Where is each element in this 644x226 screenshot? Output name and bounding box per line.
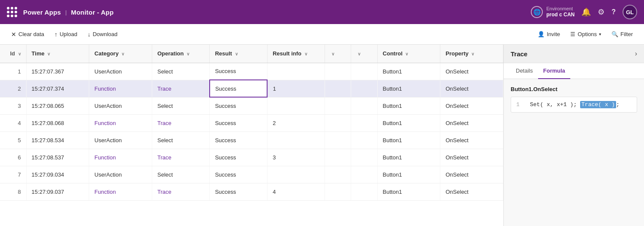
table-row[interactable]: 7 15:27:09.034 UserAction Select Success…	[0, 166, 503, 183]
environment-name: prod c CAN	[546, 12, 575, 18]
clear-data-button[interactable]: ✕ Clear data	[7, 28, 48, 40]
invite-button[interactable]: 👤 Invite	[533, 28, 564, 40]
cell-property: OnSelect	[440, 131, 503, 149]
cell-operation: Trace	[152, 183, 209, 200]
formula-code: 1 Set( x, x+1 ); Trace( x );	[511, 97, 637, 113]
upload-icon: ↑	[54, 31, 57, 38]
cell-time: 15:27:09.034	[26, 166, 89, 183]
filter-label: Filter	[620, 31, 633, 37]
download-label: Download	[93, 31, 117, 37]
cell-control: Button1	[377, 80, 440, 97]
table-body: 1 15:27:07.367 UserAction Select Success…	[0, 63, 503, 200]
cell-control: Button1	[377, 97, 440, 114]
filter-icon: 🔍	[611, 31, 618, 37]
cell-time: 15:27:08.537	[26, 149, 89, 166]
options-button[interactable]: ☰ Options ▾	[566, 28, 605, 40]
table-row[interactable]: 4 15:27:08.068 Function Trace Success 2 …	[0, 114, 503, 131]
invite-label: Invite	[547, 31, 560, 37]
cell-id: 6	[0, 149, 26, 166]
cell-property: OnSelect	[440, 166, 503, 183]
table-row[interactable]: 8 15:27:09.037 Function Trace Success 4 …	[0, 183, 503, 200]
cell-category: UserAction	[89, 97, 152, 114]
table-row[interactable]: 1 15:27:07.367 UserAction Select Success…	[0, 63, 503, 80]
formula-code-after: ;	[616, 101, 620, 108]
cell-category: UserAction	[89, 131, 152, 149]
formula-highlight: Trace( x )	[580, 101, 616, 108]
cell-resultinfo: 2	[267, 114, 325, 131]
right-panel: Trace › Details Formula Button1.OnSelect…	[504, 45, 644, 226]
cell-extra1	[325, 149, 351, 166]
cell-operation: Select	[152, 97, 209, 114]
cell-property: OnSelect	[440, 63, 503, 80]
col-header-operation[interactable]: Operation ∨	[152, 45, 209, 63]
tab-details[interactable]: Details	[511, 63, 538, 79]
cell-property: OnSelect	[440, 97, 503, 114]
cell-resultinfo	[267, 166, 325, 183]
cell-result: Success	[210, 131, 267, 149]
cell-operation: Select	[152, 131, 209, 149]
waffle-icon[interactable]	[7, 7, 17, 17]
cell-control: Button1	[377, 166, 440, 183]
upload-label: Upload	[60, 31, 77, 37]
cell-id: 4	[0, 114, 26, 131]
cell-extra2	[351, 80, 377, 97]
cell-extra2	[351, 166, 377, 183]
invite-icon: 👤	[538, 31, 545, 37]
globe-icon: 🌐	[531, 6, 543, 18]
cell-id: 8	[0, 183, 26, 200]
filter-button[interactable]: 🔍 Filter	[607, 28, 637, 40]
cell-result: Success	[210, 80, 267, 97]
table-row[interactable]: 5 15:27:08.534 UserAction Select Success…	[0, 131, 503, 149]
avatar[interactable]: GL	[623, 5, 637, 19]
bell-icon[interactable]: 🔔	[581, 7, 591, 17]
col-header-time[interactable]: Time ∨	[26, 45, 89, 63]
download-button[interactable]: ↓ Download	[83, 28, 122, 40]
cell-category: Function	[89, 149, 152, 166]
toolbar: ✕ Clear data ↑ Upload ↓ Download 👤 Invit…	[0, 24, 644, 45]
cell-result: Success	[210, 114, 267, 131]
cell-time: 15:27:07.374	[26, 80, 89, 97]
toolbar-right: 👤 Invite ☰ Options ▾ 🔍 Filter	[533, 28, 637, 40]
app-title: Power Apps	[23, 9, 61, 16]
col-header-resultinfo[interactable]: Result info ∨	[267, 45, 325, 63]
col-header-property[interactable]: Property ∨	[440, 45, 503, 63]
cell-id: 5	[0, 131, 26, 149]
panel-close-icon[interactable]: ›	[635, 50, 637, 58]
topbar-right: 🌐 Environment prod c CAN 🔔 ⚙ ? GL	[531, 5, 637, 19]
cell-resultinfo: 3	[267, 149, 325, 166]
formula-line-number: 1	[516, 101, 523, 108]
clear-data-label: Clear data	[18, 31, 44, 37]
topbar: Power Apps | Monitor - App 🌐 Environment…	[0, 0, 644, 24]
table-row[interactable]: 3 15:27:08.065 UserAction Select Success…	[0, 97, 503, 114]
upload-button[interactable]: ↑ Upload	[50, 28, 81, 40]
cell-result: Success	[210, 97, 267, 114]
formula-title: Button1.OnSelect	[511, 86, 637, 92]
clear-icon: ✕	[11, 31, 16, 38]
cell-resultinfo	[267, 97, 325, 114]
cell-category: Function	[89, 114, 152, 131]
col-header-extra2[interactable]: ∨	[351, 45, 377, 63]
environment-block[interactable]: 🌐 Environment prod c CAN	[531, 6, 575, 18]
col-header-extra1[interactable]: ∨	[325, 45, 351, 63]
data-table: Id ∨ Time ∨ Category ∨ Operation ∨ Resul…	[0, 45, 503, 201]
help-icon[interactable]: ?	[611, 8, 616, 16]
cell-resultinfo: 1	[267, 80, 325, 97]
cell-category: Function	[89, 183, 152, 200]
panel-content: Button1.OnSelect 1 Set( x, x+1 ); Trace(…	[504, 79, 644, 226]
table-row[interactable]: 2 15:27:07.374 Function Trace Success 1 …	[0, 80, 503, 97]
col-header-id[interactable]: Id ∨	[0, 45, 26, 63]
settings-icon[interactable]: ⚙	[598, 7, 605, 17]
cell-extra2	[351, 97, 377, 114]
table-row[interactable]: 6 15:27:08.537 Function Trace Success 3 …	[0, 149, 503, 166]
cell-control: Button1	[377, 183, 440, 200]
title-separator: |	[65, 9, 66, 15]
cell-category: UserAction	[89, 166, 152, 183]
col-header-control[interactable]: Control ∨	[377, 45, 440, 63]
tab-formula[interactable]: Formula	[538, 63, 570, 79]
col-header-result[interactable]: Result ∨	[210, 45, 267, 63]
cell-extra1	[325, 114, 351, 131]
cell-control: Button1	[377, 63, 440, 80]
cell-property: OnSelect	[440, 80, 503, 97]
environment-label: Environment	[546, 6, 575, 12]
col-header-category[interactable]: Category ∨	[89, 45, 152, 63]
